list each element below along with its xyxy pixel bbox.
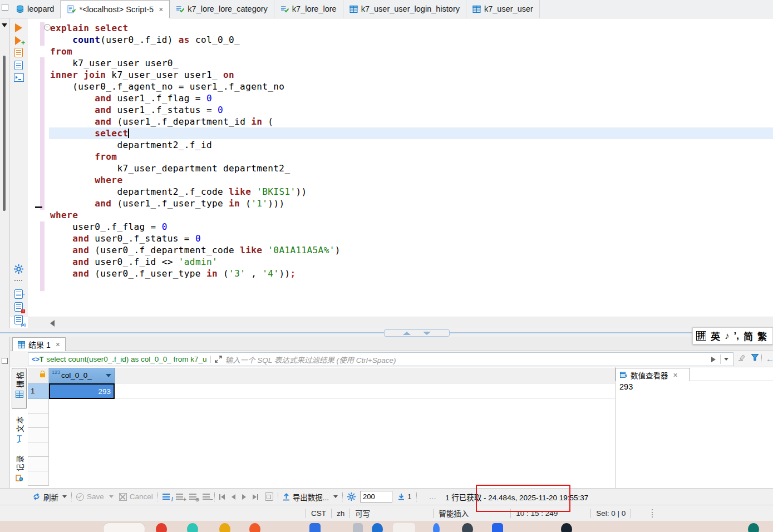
duplicate-row-icon[interactable]: ⊕ [189,494,196,500]
apply-filter-icon[interactable] [711,357,716,362]
code-line[interactable]: user0_.f_flag = 0 [50,221,341,233]
settings-gear-icon[interactable] [14,264,23,274]
ime-mode-item[interactable]: 繁 [757,329,767,343]
code-line[interactable]: where [50,174,341,186]
focus-row-icon[interactable] [265,492,273,501]
os-taskbar[interactable] [0,521,773,532]
execute-script-icon[interactable] [14,48,23,57]
fetch-segment-indicator[interactable]: 1 [398,492,412,501]
toolbar-overflow-dots-icon[interactable] [14,280,22,281]
filter-funnel-icon[interactable] [751,354,759,361]
last-row-icon[interactable] [253,494,258,500]
fetch-size-input[interactable] [360,491,392,503]
row-number-cell[interactable]: 1 [28,383,49,399]
code-line[interactable]: and user1_.f_status = 0 [50,104,341,116]
taskbar-app-icon[interactable] [748,523,759,532]
execute-sql-icon[interactable] [15,23,22,32]
refresh-button[interactable]: 刷新 [32,491,58,503]
taskbar-app-icon[interactable] [187,523,198,532]
minimized-panel-icon[interactable] [2,358,8,364]
code-line[interactable]: select [50,127,341,139]
results-tab[interactable]: 结果 1 × [12,337,66,351]
problems-panel-icon[interactable]: ! [14,302,23,312]
save-caret-icon[interactable] [109,495,114,498]
variables-panel-icon[interactable]: (a) [14,315,23,324]
ime-toolbar[interactable]: 拼英♪’,简繁 [692,327,773,344]
save-button[interactable]: Save [76,492,104,501]
view-menu-caret-icon[interactable] [2,23,7,27]
close-results-icon[interactable]: × [56,340,60,349]
taskbar-app-icon[interactable] [372,523,383,532]
add-row-icon[interactable]: + [176,494,183,500]
editor-tab[interactable]: k7_user_user [466,0,540,18]
selected-data-cell[interactable]: 293 [49,383,115,399]
taskbar-app-icon[interactable] [309,523,321,532]
presentation-tab[interactable]: 栅格 [12,368,27,409]
filter-history-caret-icon[interactable] [724,358,728,361]
presentation-tab[interactable]: 记录 [12,452,27,489]
editor-tab[interactable]: k7_lore_lore_category [170,0,274,18]
grid-viewer-divider[interactable] [615,367,616,488]
filter-input[interactable]: <>T select count(user0_.f_id) as col_0_0… [28,352,733,366]
fetch-settings-gear-icon[interactable] [347,492,356,501]
code-line[interactable]: k7_user_department department2_ [50,162,341,174]
edit-cell-icon[interactable]: / [163,494,170,500]
code-line[interactable]: and user1_.f_flag = 0 [50,92,341,104]
column-header-col_0_0_[interactable]: 123 col_0_0_ [49,368,115,383]
taskbar-app-icon[interactable] [561,523,572,532]
expand-filter-icon[interactable] [210,356,222,363]
taskbar-app-icon[interactable] [393,523,415,532]
output-panel-icon[interactable]: → [14,289,23,299]
cancel-button[interactable]: Cancel [119,492,153,501]
code-line[interactable]: from [50,151,341,162]
clear-filter-icon[interactable] [738,354,746,361]
sql-code[interactable]: explain select count(user0_.f_id) as col… [50,22,341,279]
editor-hscrollbar[interactable] [28,317,773,328]
code-line[interactable]: where [50,209,341,221]
sql-console-icon[interactable] [14,73,24,82]
explain-plan-icon[interactable] [14,61,23,70]
code-line[interactable]: and user0_.f_status = 0 [50,233,341,244]
value-viewer-tab[interactable]: 数值查看器 × [616,368,690,381]
code-line[interactable]: inner join k7_user_user user1_ on [50,69,341,81]
code-line[interactable]: and (user0_.f_department_code like '0A1A… [50,244,341,256]
code-line[interactable]: and (user0_.f_user_type in ('3' , '4')); [50,268,341,279]
scroll-left-icon[interactable] [50,320,55,327]
presentation-tab[interactable]: 文本 [12,413,27,450]
export-data-button[interactable]: 导出数据... [283,491,329,503]
taskbar-app-icon[interactable] [104,523,145,532]
status-bar-item[interactable]: 智能插入 [439,508,469,519]
code-line[interactable]: department2_.f_code like 'BKIS1')) [50,186,341,198]
ime-mode-item[interactable]: 拼 [696,331,706,341]
toolbar-overflow-left-icon[interactable]: ← [766,354,773,363]
maximize-editor-icon[interactable] [403,332,411,335]
first-row-icon[interactable] [219,494,225,500]
execute-sql-new-tab-icon[interactable]: + [15,36,21,45]
taskbar-app-icon[interactable] [462,523,473,532]
close-value-viewer-icon[interactable]: × [673,371,678,380]
restore-view-icon[interactable] [2,4,8,11]
next-row-icon[interactable] [242,494,246,500]
status-bar-item[interactable]: CST [311,509,326,518]
code-line[interactable]: (user0_.f_agent_no = user1_.f_agent_no [50,81,341,92]
taskbar-app-icon[interactable] [219,523,230,532]
editor-vertical-scrollbar[interactable] [3,56,6,211]
ime-mode-item[interactable]: ♪ [725,331,730,342]
ime-mode-item[interactable]: 简 [744,329,753,343]
taskbar-app-icon[interactable] [492,523,503,532]
ime-mode-item[interactable]: 英 [711,329,720,343]
ime-mode-item[interactable]: ’, [734,331,739,342]
code-line[interactable]: and user0_.f_id <> 'admin' [50,256,341,268]
code-line[interactable]: and (user1_.f_department_id in ( [50,116,341,127]
grid-corner-cell[interactable] [28,368,49,383]
status-bar-item[interactable]: zh [337,509,344,518]
taskbar-app-icon[interactable] [249,523,260,532]
code-line[interactable]: department2_.f_id [50,139,341,151]
code-line[interactable]: explain select [50,22,341,34]
taskbar-app-icon[interactable] [433,523,440,532]
status-bar-item[interactable]: Sel: 0 | 0 [596,509,626,518]
editor-tab[interactable]: leopard [10,0,61,18]
code-line[interactable]: count(user0_.f_id) as col_0_0_ [50,34,341,46]
code-line[interactable]: from [50,46,341,57]
code-line[interactable]: and (user1_.f_user_type in ('1'))) [50,198,341,209]
